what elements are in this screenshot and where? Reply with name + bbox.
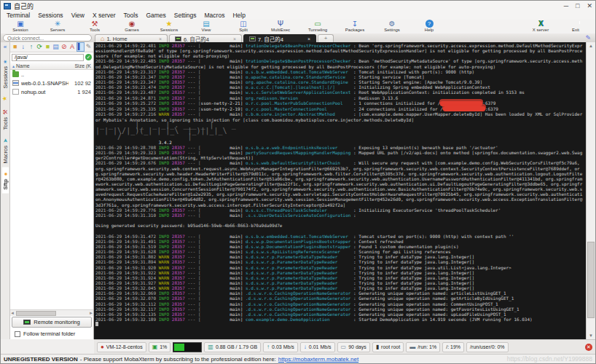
menu-item-view[interactable]: View: [71, 12, 85, 19]
menu-item-tools[interactable]: Tools: [124, 12, 138, 19]
toolbar-session-button[interactable]: ▣Session: [8, 20, 33, 33]
log-segment: 2021-06-29 14:59:31.894: [95, 259, 159, 264]
file-row[interactable]: web-0.0.1-SNAPSHOT.jar102 92: [10, 79, 93, 87]
blank-line: [95, 218, 584, 223]
menu-item-sessions[interactable]: Sessions: [38, 12, 63, 19]
sftp-refresh-icon[interactable]: ⟳: [36, 43, 43, 51]
sftp-edit-icon[interactable]: ✎: [85, 43, 92, 51]
new-tab-button[interactable]: +: [318, 34, 334, 42]
log-segment: INFO: [159, 312, 172, 317]
collapse-sidebar-button[interactable]: «: [4, 44, 7, 50]
terminal-log-line: 2021-06-29 14:59:31.491 INFO 28357 --- […: [95, 239, 584, 244]
status-close-icon[interactable]: ✕: [585, 344, 592, 351]
sidebar-tab-sessions[interactable]: Sessions✶: [2, 55, 9, 92]
scroll-down-arrow[interactable]: ▼: [589, 332, 593, 339]
menu-item-x-server[interactable]: X server: [93, 12, 116, 19]
tab-7-4[interactable]: 7. 自己的4×: [243, 34, 316, 42]
toolbar-settings-button[interactable]: ⚙Settings: [380, 20, 404, 33]
tab-label: 6. 自己的4: [184, 35, 209, 43]
column-size[interactable]: Size (K: [71, 63, 91, 68]
mobatek-link[interactable]: https://mobaxterm.mobatek.net: [278, 356, 358, 363]
log-segment: .d.s.w.r.o.CachingOperationNameGenerator: [246, 312, 351, 317]
log-segment: 2021-06-29 14:59:31.802: [95, 254, 159, 259]
sftp-path-row: ✓: [10, 52, 93, 62]
toolbar-games-button[interactable]: ◉Games: [119, 20, 144, 33]
sftp-upload-icon[interactable]: ↑: [28, 43, 34, 51]
vscroll-thumb[interactable]: [587, 242, 595, 318]
minimize-button[interactable]: ─: [564, 2, 568, 9]
log-segment: main]: [201, 280, 246, 285]
exit-button[interactable]: Exit: [563, 20, 588, 33]
follow-terminal-folder[interactable]: Follow terminal folder: [10, 328, 93, 339]
sftp-font-icon[interactable]: A: [68, 43, 75, 51]
log-segment: 2021-06-29 14:59:25.272: [95, 100, 159, 106]
quick-connect-input[interactable]: [3, 34, 92, 41]
sftp-track-icon[interactable]: ▍: [77, 43, 84, 51]
log-segment: o.s.b.a.e.web.EndpointLinksResolver: [246, 145, 351, 150]
follow-checkbox[interactable]: [15, 331, 20, 337]
sftp-path-input[interactable]: [12, 54, 84, 61]
log-segment: 28357: [172, 145, 185, 150]
log-segment: main]: [201, 254, 246, 259]
terminal-log-line: 2021-06-29 14:59:25.335 INFO 28357 --- […: [95, 106, 584, 112]
status-chip-text: 0.88 GB / 1.79 GB: [216, 344, 257, 349]
toolbar-help-button[interactable]: ?Help: [417, 20, 442, 33]
tab-close-icon[interactable]: ×: [233, 36, 236, 41]
terminal-log-line: 2021-06-29 14:59:24.871 INFO 28357 --- […: [95, 95, 584, 100]
sidebar-tab-sftp[interactable]: Sftp●: [2, 167, 9, 194]
sftp-download-icon[interactable]: ↓: [20, 43, 26, 51]
file-size: 102 92: [71, 80, 91, 87]
sessions-icon: ★: [166, 20, 173, 28]
sidebar-tab-macros[interactable]: Macros➤: [2, 134, 9, 167]
toolbar-split-button[interactable]: ◫Split: [231, 20, 256, 33]
menu-item-games[interactable]: Games: [146, 12, 165, 19]
tab-1-home[interactable]: ⌂1. Home×: [95, 34, 168, 42]
sidebar-tab-favorites[interactable]: ★: [2, 92, 7, 106]
cpu-gauge: [173, 342, 202, 352]
hscroll-thumb[interactable]: [16, 311, 56, 316]
log-segment: main]: [201, 249, 246, 254]
tab-close-icon[interactable]: ×: [159, 36, 162, 41]
menu-item-macros[interactable]: Macros: [205, 12, 225, 19]
vertical-scrollbar[interactable]: ▲ ▼: [586, 42, 595, 339]
remote-monitoring-button[interactable]: Remote monitoring: [12, 317, 92, 328]
toolbar-tools-button[interactable]: ⚒Tools: [82, 20, 107, 33]
log-segment: sson-netty-2-21]: [201, 100, 246, 106]
sftp-new-folder-icon[interactable]: ■: [12, 43, 18, 51]
sidebar-tab-tools[interactable]: Tools⚒: [2, 106, 9, 134]
log-segment: main]: [201, 84, 246, 90]
path-ok-icon[interactable]: ✓: [85, 54, 92, 60]
log-segment: --- [: [185, 244, 201, 249]
log-segment: INFO: [159, 74, 172, 79]
menu-item-help[interactable]: Help: [232, 12, 245, 19]
file-row[interactable]: ..: [10, 70, 93, 79]
toolbar-tunneling-button[interactable]: ▭Tunneling: [305, 20, 330, 33]
tab-6-4[interactable]: 6. 自己的4×: [169, 34, 242, 42]
horizontal-scrollbar[interactable]: ◄►: [10, 309, 93, 316]
terminal-log-line: 2021-06-29 14:59:23.487 INFO 28357 --- […: [95, 90, 584, 95]
toolbar-packages-button[interactable]: ↧Packages: [342, 20, 367, 33]
sftp-stop-icon[interactable]: ⊘: [60, 43, 67, 51]
menu-item-terminal[interactable]: Terminal: [7, 12, 30, 19]
log-segment: com.example.demo.DemoApplication: [246, 317, 351, 322]
toolbar-multiexec-button[interactable]: ΨMultiExec: [268, 20, 293, 33]
edit-pencil-icon[interactable]: ✎: [585, 34, 591, 41]
column-name[interactable]: ▴Name: [12, 63, 71, 68]
toolbar-sessions-button[interactable]: ★Sessions: [157, 20, 181, 33]
toolbar-servers-button[interactable]: ✳Servers: [45, 20, 70, 33]
menu-item-settings[interactable]: Settings: [174, 12, 197, 19]
terminal-output[interactable]: 2021-06-29 14:59:22.481 INFO 28357 --- […: [94, 42, 586, 339]
log-segment: 28357: [172, 312, 185, 317]
xserver-button[interactable]: X X server: [528, 20, 553, 33]
scroll-up-arrow[interactable]: ▲: [589, 42, 593, 50]
sftp-open-folder-icon[interactable]: ■: [44, 43, 51, 51]
log-segment: --- [: [185, 254, 201, 259]
file-row[interactable]: nohup.out1 924: [10, 87, 93, 96]
toolbar-view-button[interactable]: ▤View: [194, 20, 219, 33]
tab-close-icon[interactable]: ×: [307, 36, 310, 41]
maximize-button[interactable]: □: [576, 2, 579, 9]
sftp-file-icon[interactable]: ▤: [52, 43, 59, 51]
toolbar-label: Games: [125, 28, 138, 33]
close-button[interactable]: ✕: [587, 2, 592, 9]
log-segment: INFO: [159, 207, 172, 213]
